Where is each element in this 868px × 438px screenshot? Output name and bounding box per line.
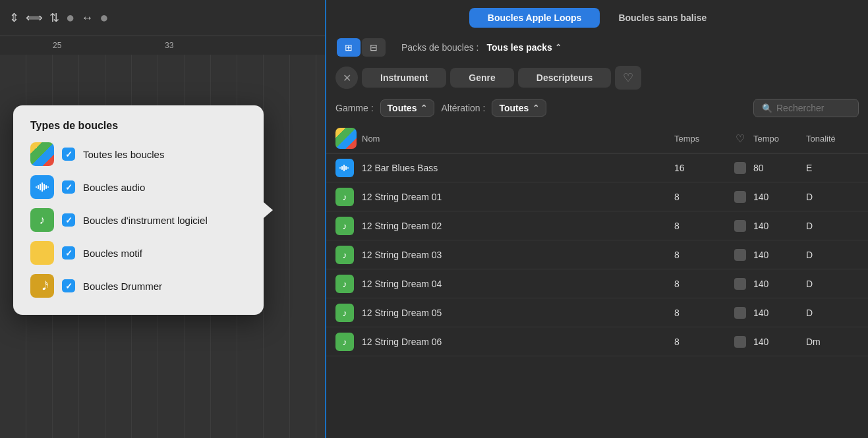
row-beats-1: 8 [674,192,727,202]
row-beats-4: 8 [674,279,727,289]
table-row[interactable]: ♪ 12 String Dream 02 8 140 D [326,211,868,240]
clear-filter-btn[interactable]: ✕ [335,67,358,89]
table-row[interactable]: ♪ 12 String Dream 06 8 140 Dm [326,327,868,356]
table-row[interactable]: ♪ 12 String Dream 05 8 140 D [326,298,868,327]
row-fav-1[interactable] [727,191,753,203]
svg-rect-4 [43,184,45,190]
view-controls-row: ⊞ ⊟ Packs de boucles : Tous les packs ⌃ [326,34,868,62]
view-grid-btn[interactable]: ⊞ [337,38,361,57]
table-row[interactable]: ♪ 12 String Dream 03 8 140 D [326,240,868,269]
oval-handle[interactable]: ● [100,9,108,26]
table-row[interactable]: ♪ 12 String Dream 04 8 140 D [326,269,868,298]
svg-rect-10 [345,166,347,170]
row-name-3: 12 String Dream 03 [362,250,674,260]
timeline-ruler: ⇕ ⟺ ⇅ ● ↔ ● [0,0,325,36]
columns-icon: ⊟ [370,42,378,53]
drummer-loops-checkbox[interactable] [62,279,75,292]
svg-rect-1 [38,185,39,189]
table-row[interactable]: 12 Bar Blues Bass 16 80 E [326,153,868,182]
col-tempo: Tempo [753,134,806,144]
row-tempo-1: 140 [753,192,806,202]
alteration-select[interactable]: Toutes ⌃ [492,99,546,117]
gamme-chevron-icon: ⌃ [420,103,427,113]
descripteurs-filter-btn[interactable]: Descripteurs [518,68,612,88]
loop-type-drummer[interactable]: 𝅘𝅥𝅯 Boucles Drummer [30,274,246,298]
packs-chevron-icon: ⌃ [555,43,562,52]
row-icon-instrument: ♪ [335,188,354,206]
loop-type-all[interactable]: Toutes les boucles [30,142,246,166]
svg-rect-7 [339,167,341,169]
row-tempo-6: 140 [753,337,806,347]
svg-rect-8 [341,166,343,170]
arrows-icon[interactable]: ↔ [81,11,93,25]
heart-icon: ♡ [623,70,633,85]
row-fav-2[interactable] [727,220,753,232]
row-fav-5[interactable] [727,307,753,319]
ruler-area: 25 33 [0,36,325,55]
up-down-icon[interactable]: ⇅ [49,11,59,25]
row-fav-6[interactable] [727,336,753,348]
search-box[interactable]: 🔍 Rechercher [753,99,859,117]
motif-loops-checkbox[interactable] [62,246,75,260]
col-nom: Nom [362,134,674,144]
genre-filter-btn[interactable]: Genre [450,68,513,88]
row-icon-instrument: ♪ [335,304,354,322]
clear-icon: ✕ [343,72,351,84]
circle-handle[interactable]: ● [66,9,74,26]
tab-apple-loops[interactable]: Boucles Apple Loops [469,8,600,28]
alteration-value: Toutes [499,103,529,113]
gamme-select[interactable]: Toutes ⌃ [380,99,435,117]
row-key-5: D [806,308,859,318]
row-fav-0[interactable] [727,162,753,174]
instrument-loops-icon: ♪ [30,208,54,232]
row-tempo-0: 80 [753,163,806,173]
loop-type-motif[interactable]: Boucles motif [30,241,246,265]
row-key-4: D [806,279,859,289]
popup-tail [264,202,273,218]
left-panel: ⇕ ⟺ ⇅ ● ↔ ● 25 33 Types de boucles Toute… [0,0,326,438]
motif-loops-icon [30,241,54,265]
row-beats-5: 8 [674,308,727,318]
row-beats-2: 8 [674,221,727,231]
loop-type-instrument[interactable]: ♪ Boucles d'instrument logiciel [30,208,246,232]
row-name-5: 12 String Dream 05 [362,308,674,318]
grid-icon: ⊞ [345,42,353,53]
loop-table[interactable]: Nom Temps ♡ Tempo Tonalité 12 Bar Blues … [326,124,868,438]
packs-select[interactable]: Tous les packs ⌃ [487,42,562,53]
resize-horizontal-icon[interactable]: ⟺ [26,11,43,25]
row-name-1: 12 String Dream 01 [362,192,674,202]
view-columns-btn[interactable]: ⊟ [362,38,386,57]
motif-loops-label: Boucles motif [83,248,142,259]
row-fav-3[interactable] [727,249,753,261]
col-fav: ♡ [727,132,753,145]
table-row[interactable]: ♪ 12 String Dream 01 8 140 D [326,182,868,211]
row-tempo-5: 140 [753,308,806,318]
row-key-6: Dm [806,337,859,347]
search-icon: 🔍 [762,103,772,113]
row-beats-6: 8 [674,337,727,347]
row-name-0: 12 Bar Blues Bass [362,163,674,173]
table-header: Nom Temps ♡ Tempo Tonalité [326,124,868,153]
row-icon-audio [335,159,354,177]
packs-label: Packs de boucles : [401,42,479,53]
row-key-1: D [806,192,859,202]
instrument-loops-checkbox[interactable] [62,213,75,227]
resize-vertical-icon[interactable]: ⇕ [9,11,19,25]
all-loops-checkbox[interactable] [62,148,75,161]
all-loops-label: Toutes les boucles [83,149,164,160]
row-icon-instrument: ♪ [335,217,354,235]
instrument-loops-label: Boucles d'instrument logiciel [83,215,208,226]
svg-rect-11 [347,167,349,169]
tab-sans-balise[interactable]: Boucles sans balise [600,8,725,28]
loop-type-audio[interactable]: Boucles audio [30,175,246,199]
svg-rect-2 [40,184,41,190]
row-beats-3: 8 [674,250,727,260]
favorites-filter-btn[interactable]: ♡ [615,66,641,90]
gamme-label: Gamme : [335,103,374,113]
audio-loops-checkbox[interactable] [62,180,75,194]
row-tempo-4: 140 [753,279,806,289]
row-fav-4[interactable] [727,278,753,290]
drummer-loops-icon: 𝅘𝅥𝅯 [30,274,54,298]
svg-rect-5 [45,185,47,189]
instrument-filter-btn[interactable]: Instrument [362,68,446,88]
